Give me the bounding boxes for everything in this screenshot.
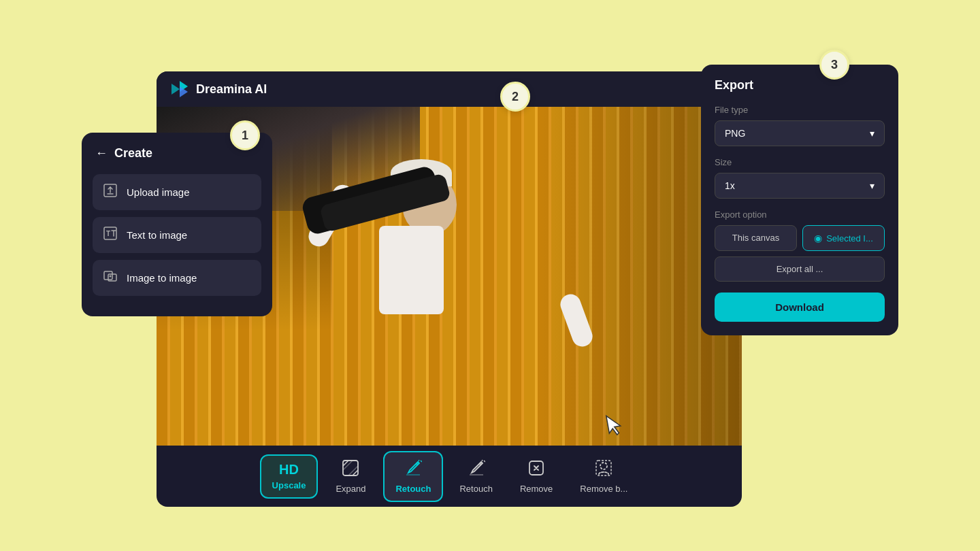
retouch-active-icon (404, 459, 422, 480)
expand-icon (342, 459, 359, 480)
upload-image-label: Upload image (127, 186, 190, 198)
logo-icon (170, 80, 189, 99)
step-badge-1: 1 (230, 120, 260, 150)
svg-marker-10 (172, 84, 180, 95)
back-button[interactable]: ← (95, 146, 108, 161)
image-to-image-label: Image to image (127, 272, 197, 284)
step-badge-3: 3 (819, 50, 849, 80)
chevron-down-icon: ▾ (870, 128, 875, 139)
retouch-active-button[interactable]: Retouch (383, 451, 443, 502)
canvas-header: Dreamina AI (157, 71, 742, 107)
svg-point-13 (479, 463, 482, 465)
upscale-label: Upscale (272, 480, 306, 490)
upload-image-button[interactable]: Upload image (93, 174, 261, 210)
upload-icon (103, 184, 117, 201)
download-label: Download (775, 301, 824, 313)
expand-button[interactable]: Expand (323, 452, 378, 501)
export-option-row: This canvas ◉ Selected I... (715, 225, 885, 251)
text-to-image-button[interactable]: T Text to image (93, 217, 261, 253)
remove-label: Remove (520, 484, 553, 494)
this-canvas-label: This canvas (732, 233, 779, 243)
file-type-select[interactable]: PNG ▾ (715, 120, 885, 146)
panel-title: Create (114, 146, 152, 161)
this-canvas-button[interactable]: This canvas (715, 225, 797, 251)
svg-point-15 (600, 463, 607, 469)
export-panel: Export File type PNG ▾ Size 1x ▾ Export … (701, 65, 898, 335)
hd-icon: HD (279, 463, 299, 476)
expand-label: Expand (336, 484, 365, 494)
download-button[interactable]: Download (715, 293, 885, 322)
text-to-image-icon: T (103, 227, 117, 244)
toolbar: HD Upscale Expand (157, 446, 742, 507)
export-title: Export (715, 78, 885, 93)
image-to-image-icon (103, 269, 117, 286)
text-to-image-label: Text to image (127, 229, 187, 241)
size-value: 1x (725, 180, 735, 191)
radio-selected-icon: ◉ (814, 233, 822, 244)
svg-point-12 (416, 463, 419, 465)
image-to-image-button[interactable]: Image to image (93, 260, 261, 296)
size-label: Size (715, 157, 885, 167)
svg-text:T: T (106, 230, 110, 237)
size-chevron-icon: ▾ (870, 180, 875, 191)
retouch-active-label: Retouch (395, 484, 431, 494)
hd-upscale-button[interactable]: HD Upscale (260, 454, 318, 499)
file-type-value: PNG (725, 128, 745, 139)
remove-bg-button[interactable]: Remove b... (569, 452, 638, 501)
remove-icon (527, 459, 545, 480)
export-all-label: Export all ... (777, 264, 823, 274)
size-select[interactable]: 1x ▾ (715, 173, 885, 199)
file-type-label: File type (715, 105, 885, 115)
retouch2-button[interactable]: Retouch (448, 452, 503, 501)
panel-header: ← Create (93, 146, 261, 161)
remove-bg-icon (595, 459, 612, 480)
retouch2-label: Retouch (459, 484, 492, 494)
svg-point-7 (110, 276, 112, 278)
export-all-button[interactable]: Export all ... (715, 256, 885, 282)
selected-button[interactable]: ◉ Selected I... (802, 225, 885, 251)
app-name: Dreamina AI (196, 82, 267, 97)
main-container: 1 2 3 ← Create Upload image (82, 44, 898, 507)
left-panel: ← Create Upload image T (82, 133, 272, 316)
retouch2-icon (468, 459, 485, 480)
remove-button[interactable]: Remove (509, 452, 564, 501)
remove-bg-label: Remove b... (580, 484, 627, 494)
selected-label: Selected I... (826, 233, 873, 244)
step-badge-2: 2 (500, 82, 530, 112)
export-option-label: Export option (715, 210, 885, 220)
